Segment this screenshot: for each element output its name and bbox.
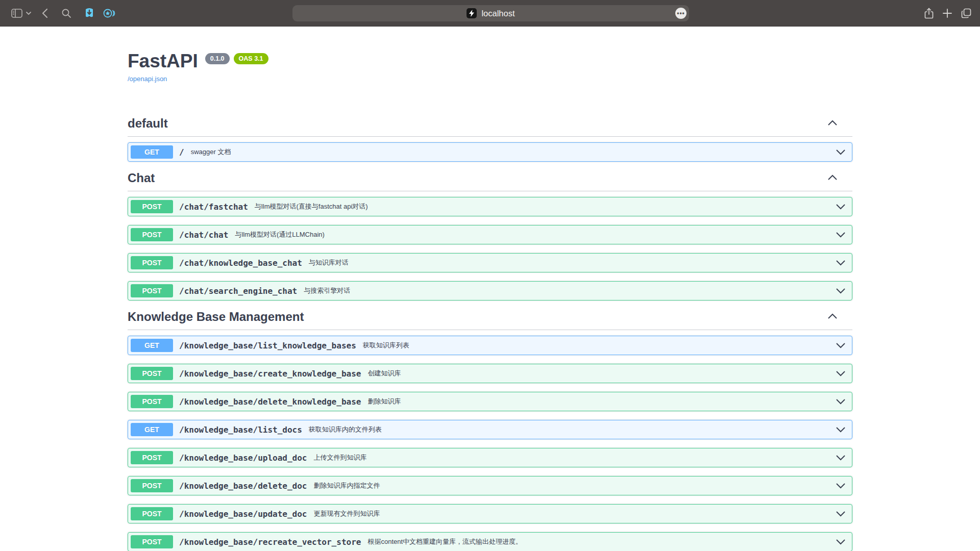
endpoint-summary: 根据content中文档重建向量库，流式输出处理进度。	[368, 537, 522, 546]
endpoint-row[interactable]: POST /knowledge_base/create_knowledge_ba…	[128, 364, 852, 383]
expand-endpoint-button[interactable]	[835, 287, 846, 294]
endpoint-summary: 更新现有文件到知识库	[313, 509, 380, 518]
http-method-badge: GET	[131, 145, 173, 159]
tag-header[interactable]: default	[128, 116, 852, 137]
endpoint-row[interactable]: POST /chat/chat 与llm模型对话(通过LLMChain)	[128, 225, 852, 244]
endpoint-path: /knowledge_base/upload_doc	[179, 453, 307, 463]
chevron-down-icon	[835, 231, 846, 238]
endpoint-row[interactable]: POST /chat/search_engine_chat 与搜索引擎对话	[128, 281, 852, 300]
endpoint-summary: 删除知识库	[368, 397, 401, 406]
http-method-badge: POST	[131, 507, 173, 520]
chevron-down-icon	[835, 203, 846, 210]
endpoint-summary: 创建知识库	[368, 369, 401, 378]
chevron-down-icon	[835, 342, 846, 349]
http-method-badge: POST	[131, 395, 173, 408]
endpoint-path: /knowledge_base/recreate_vector_store	[179, 537, 361, 547]
chevron-up-icon	[827, 313, 838, 320]
openapi-spec-link[interactable]: /openapi.json	[128, 75, 167, 83]
toolbar-right-group	[924, 0, 972, 27]
swagger-ui-page: FastAPI 0.1.0 OAS 3.1 /openapi.json defa…	[0, 27, 980, 551]
new-tab-icon[interactable]	[942, 8, 952, 18]
endpoint-summary: swagger 文档	[191, 147, 231, 157]
endpoint-row[interactable]: POST /chat/fastchat 与llm模型对话(直接与fastchat…	[128, 197, 852, 216]
tag-name: default	[128, 116, 168, 131]
endpoint-summary: 与搜索引擎对话	[304, 286, 350, 295]
expand-endpoint-button[interactable]	[835, 454, 846, 461]
expand-endpoint-button[interactable]	[835, 426, 846, 433]
tag-section-knowledge-base: Knowledge Base Management GET /knowledge…	[128, 309, 852, 551]
expand-endpoint-button[interactable]	[835, 398, 846, 405]
collapse-section-button[interactable]	[827, 119, 838, 128]
expand-endpoint-button[interactable]	[835, 203, 846, 210]
tag-header[interactable]: Chat	[128, 170, 852, 191]
endpoint-row[interactable]: POST /knowledge_base/delete_doc 删除知识库内指定…	[128, 476, 852, 495]
expand-endpoint-button[interactable]	[835, 538, 846, 545]
http-method-badge: POST	[131, 451, 173, 464]
share-icon[interactable]	[924, 7, 934, 19]
endpoint-path: /knowledge_base/list_knowledge_bases	[179, 341, 356, 350]
endpoint-path: /chat/fastchat	[179, 202, 248, 212]
http-method-badge: GET	[131, 423, 173, 436]
download-extension-icon[interactable]	[84, 8, 95, 19]
endpoint-row[interactable]: POST /knowledge_base/recreate_vector_sto…	[128, 532, 852, 551]
sidebar-toggle-icon[interactable]	[11, 9, 22, 18]
endpoint-path: /knowledge_base/delete_doc	[179, 481, 307, 491]
url-text: localhost	[481, 9, 514, 18]
tag-header[interactable]: Knowledge Base Management	[128, 309, 852, 330]
chevron-down-icon	[835, 148, 846, 156]
api-info: FastAPI 0.1.0 OAS 3.1 /openapi.json	[128, 27, 852, 112]
site-favicon	[467, 8, 477, 18]
expand-endpoint-button[interactable]	[835, 510, 846, 517]
tab-overview-icon[interactable]	[961, 8, 972, 19]
endpoint-row[interactable]: GET /knowledge_base/list_knowledge_bases…	[128, 336, 852, 355]
endpoint-path: /knowledge_base/update_doc	[179, 509, 307, 519]
http-method-badge: POST	[131, 284, 173, 297]
chevron-down-icon	[835, 426, 846, 433]
http-method-badge: POST	[131, 367, 173, 380]
endpoint-path: /knowledge_base/delete_knowledge_base	[179, 397, 361, 407]
endpoint-row[interactable]: POST /chat/knowledge_base_chat 与知识库对话	[128, 253, 852, 272]
endpoint-path: /knowledge_base/list_docs	[179, 425, 302, 435]
version-badge: 0.1.0	[205, 53, 230, 64]
http-method-badge: GET	[131, 339, 173, 352]
tag-section-default: default GET / swagger 文档	[128, 116, 852, 162]
browser-toolbar: localhost •••	[0, 0, 980, 27]
endpoint-row[interactable]: GET /knowledge_base/list_docs 获取知识库内的文件列…	[128, 420, 852, 439]
chevron-down-icon	[835, 287, 846, 294]
endpoint-row[interactable]: POST /knowledge_base/upload_doc 上传文件到知识库	[128, 448, 852, 467]
expand-endpoint-button[interactable]	[835, 259, 846, 266]
endpoint-summary: 获取知识库内的文件列表	[309, 425, 382, 434]
endpoint-summary: 删除知识库内指定文件	[313, 481, 380, 490]
collapse-section-button[interactable]	[827, 174, 838, 183]
chevron-down-icon	[835, 482, 846, 489]
expand-endpoint-button[interactable]	[835, 370, 846, 377]
expand-endpoint-button[interactable]	[835, 482, 846, 489]
endpoint-summary: 获取知识库列表	[363, 341, 409, 350]
chevron-down-icon	[835, 510, 846, 517]
http-method-badge: POST	[131, 256, 173, 269]
chevron-down-icon	[835, 398, 846, 405]
endpoint-path: /chat/knowledge_base_chat	[179, 258, 302, 268]
expand-endpoint-button[interactable]	[835, 342, 846, 349]
back-button-icon[interactable]	[42, 8, 48, 18]
address-bar[interactable]: localhost •••	[292, 5, 689, 21]
oas-badge: OAS 3.1	[234, 53, 268, 64]
endpoint-row[interactable]: POST /knowledge_base/update_doc 更新现有文件到知…	[128, 504, 852, 523]
http-method-badge: POST	[131, 479, 173, 492]
endpoint-summary: 上传文件到知识库	[313, 453, 366, 462]
endpoint-row[interactable]: POST /knowledge_base/delete_knowledge_ba…	[128, 392, 852, 411]
page-settings-button[interactable]: •••	[675, 8, 687, 19]
endpoint-summary: 与llm模型对话(直接与fastchat api对话)	[255, 202, 368, 211]
expand-endpoint-button[interactable]	[835, 231, 846, 238]
endpoint-path: /chat/chat	[179, 230, 228, 240]
http-method-badge: POST	[131, 228, 173, 241]
rings-extension-icon[interactable]	[103, 8, 115, 19]
collapse-section-button[interactable]	[827, 313, 838, 321]
tag-name: Chat	[128, 170, 155, 186]
search-icon[interactable]	[61, 8, 71, 18]
endpoint-row[interactable]: GET / swagger 文档	[128, 142, 852, 162]
expand-endpoint-button[interactable]	[835, 148, 846, 156]
sidebar-chevron-icon[interactable]	[26, 11, 32, 15]
endpoint-path: /chat/search_engine_chat	[179, 286, 297, 296]
tag-section-chat: Chat POST /chat/fastchat 与llm模型对话(直接与fas…	[128, 170, 852, 300]
